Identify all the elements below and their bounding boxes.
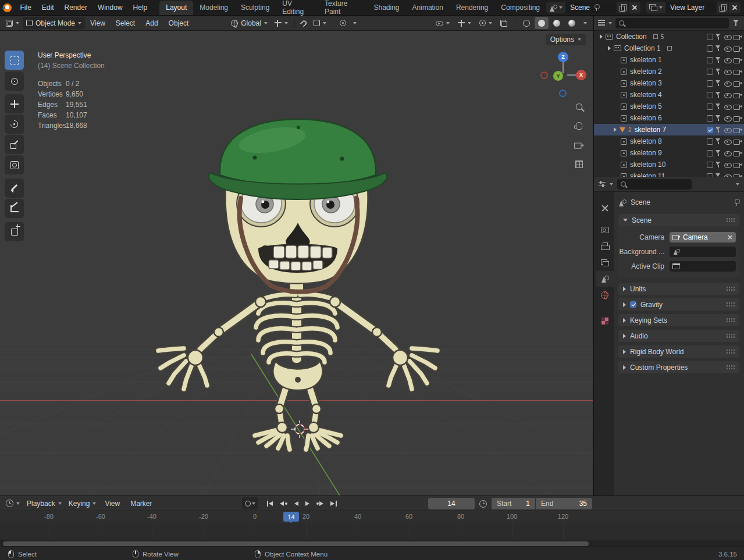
visibility-dropdown[interactable] [432, 17, 453, 29]
selectable-icon[interactable] [715, 56, 722, 63]
workspace-tab-compositing[interactable]: Compositing [494, 1, 546, 15]
disable-render-icon[interactable] [734, 45, 742, 52]
tab-texture[interactable] [596, 313, 614, 329]
jump-to-end-button[interactable] [327, 497, 340, 509]
start-frame-field[interactable]: Start1 [492, 498, 535, 509]
workspace-tab-layout[interactable]: Layout [159, 1, 193, 15]
selectable-icon[interactable] [715, 138, 722, 145]
gizmo-y-axis[interactable]: Y [553, 71, 563, 81]
outliner-row-skeleton-4[interactable]: skeleton 4 [594, 89, 744, 101]
panel-grip-icon[interactable] [726, 302, 735, 307]
tab-output[interactable] [596, 238, 614, 254]
disable-render-icon[interactable] [734, 173, 742, 177]
panel-rigid-body-world[interactable]: Rigid Body World [618, 345, 739, 358]
outliner-row-skeleton-11[interactable]: skeleton 11 [594, 170, 744, 177]
hide-viewport-icon[interactable] [724, 91, 732, 99]
tool-rotate[interactable] [5, 115, 24, 134]
tool-cursor[interactable] [5, 72, 24, 91]
shading-material-button[interactable] [550, 17, 564, 29]
hide-viewport-icon[interactable] [724, 115, 732, 122]
disable-render-icon[interactable] [734, 103, 742, 110]
transform-orientation-selector[interactable]: Global [227, 17, 271, 29]
selectable-icon[interactable] [715, 103, 722, 110]
exclude-checkbox[interactable] [707, 92, 713, 98]
expand-arrow-icon[interactable] [614, 127, 617, 132]
close-icon[interactable] [728, 234, 733, 240]
selectable-icon[interactable] [715, 173, 722, 177]
workspace-tab-shading[interactable]: Shading [368, 1, 406, 15]
menu-help[interactable]: Help [128, 0, 153, 15]
timeline-track-area[interactable] [0, 523, 744, 540]
disable-render-icon[interactable] [734, 161, 742, 169]
hide-viewport-icon[interactable] [724, 138, 732, 145]
blender-logo[interactable] [0, 0, 15, 15]
tab-world[interactable] [596, 287, 614, 303]
panel-grip-icon[interactable] [726, 286, 735, 291]
outliner-editor-icon[interactable] [598, 20, 605, 26]
snap-toggle[interactable] [298, 17, 310, 29]
outliner-row-skeleton-10[interactable]: skeleton 10 [594, 159, 744, 170]
exclude-checkbox[interactable] [707, 69, 713, 75]
shading-dropdown[interactable] [580, 17, 590, 29]
selectable-icon[interactable] [715, 68, 722, 75]
playhead[interactable]: 14 [283, 512, 299, 522]
keying-menu[interactable]: Keying [65, 497, 100, 509]
hide-viewport-icon[interactable] [724, 149, 732, 157]
panel-custom-properties[interactable]: Custom Properties [618, 361, 739, 373]
exclude-checkbox[interactable] [707, 115, 713, 122]
tab-scene[interactable] [596, 271, 614, 287]
snap-settings[interactable] [310, 17, 330, 29]
clock-icon[interactable] [479, 500, 487, 508]
3d-viewport[interactable]: User Perspective (14) Scene Collection O… [0, 31, 593, 495]
exclude-checkbox[interactable] [707, 138, 713, 145]
active-clip-field[interactable] [670, 261, 736, 272]
timeline-editor-type-button[interactable] [2, 497, 23, 509]
auto-key-button[interactable] [242, 497, 258, 509]
scene-name-field[interactable]: Scene [566, 2, 616, 13]
exclude-checkbox[interactable] [707, 57, 713, 63]
hide-viewport-icon[interactable] [724, 56, 732, 64]
tool-select-box[interactable] [5, 51, 24, 70]
expand-arrow-icon[interactable] [600, 34, 603, 39]
menu-select[interactable]: Select [111, 16, 140, 31]
chevron-down-icon[interactable] [736, 183, 739, 186]
menu-object[interactable]: Object [163, 16, 194, 31]
menu-edit[interactable]: Edit [37, 0, 59, 15]
scrollbar-thumb[interactable] [3, 541, 589, 546]
selectable-icon[interactable] [715, 161, 722, 168]
menu-view[interactable]: View [85, 16, 111, 31]
exclude-checkbox[interactable] [707, 34, 713, 40]
panel-gravity[interactable]: Gravity [618, 298, 739, 311]
disable-render-icon[interactable] [734, 33, 742, 41]
shading-rendered-button[interactable] [565, 17, 579, 29]
outliner-row-skeleton-6[interactable]: skeleton 6 [594, 112, 744, 124]
exclude-checkbox[interactable] [707, 150, 713, 156]
timeline-menu-view[interactable]: View [99, 496, 125, 511]
exclude-checkbox[interactable] [707, 80, 713, 87]
zoom-button[interactable] [572, 99, 586, 113]
scene-browse-button[interactable] [546, 2, 565, 13]
gizmos-toggle[interactable] [454, 17, 475, 29]
workspace-tab-sculpting[interactable]: Sculpting [234, 1, 276, 15]
outliner-row-collection-1[interactable]: Collection 1 [594, 42, 744, 54]
view-layer-browse-button[interactable] [646, 2, 665, 13]
exclude-checkbox[interactable] [707, 127, 713, 133]
menu-render[interactable]: Render [59, 0, 92, 15]
workspace-tab-animation[interactable]: Animation [406, 1, 450, 15]
selectable-icon[interactable] [715, 91, 722, 98]
playback-menu[interactable]: Playback [23, 497, 65, 509]
previous-keyframe-button[interactable] [277, 497, 290, 509]
outliner-row-skeleton-7[interactable]: 2 skeleton 7 [594, 124, 744, 135]
panel-units[interactable]: Units [618, 283, 739, 295]
gizmo-x-axis[interactable]: X [576, 70, 586, 80]
menu-add[interactable]: Add [140, 16, 163, 31]
panel-grip-icon[interactable] [726, 365, 735, 370]
pin-icon[interactable] [734, 199, 739, 206]
background-field[interactable] [670, 247, 736, 257]
workspace-tab-modeling[interactable]: Modeling [193, 1, 234, 15]
hide-viewport-icon[interactable] [724, 161, 732, 169]
disable-render-icon[interactable] [734, 126, 742, 134]
panel-audio[interactable]: Audio [618, 330, 739, 342]
tool-annotate[interactable] [5, 179, 24, 198]
jump-to-start-button[interactable] [264, 497, 276, 509]
